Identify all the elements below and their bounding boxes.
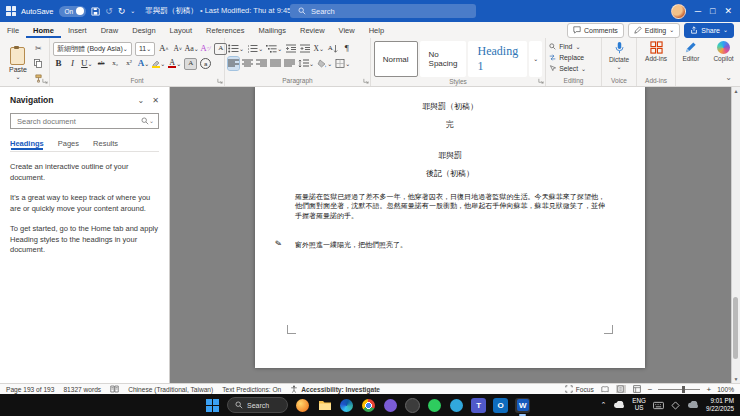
nav-search-dropdown-icon[interactable]: ⌄ (149, 118, 154, 124)
focus-mode-button[interactable]: Focus (565, 385, 594, 393)
navigation-search[interactable]: ⌄ (10, 113, 159, 129)
highlight-color-button[interactable]: ⌄ (152, 57, 165, 70)
asian-layout-button[interactable]: X⌄ (313, 42, 324, 55)
select-button[interactable]: Select⌄ (549, 63, 598, 74)
show-hide-marks-button[interactable]: ¶ (341, 42, 352, 55)
taskbar-clock[interactable]: 9:01 PM 9/22/2025 (706, 397, 734, 412)
github-icon[interactable] (405, 398, 420, 413)
chrome-icon[interactable] (361, 398, 376, 413)
comments-button[interactable]: Comments (567, 23, 624, 38)
cut-button[interactable]: ✂ (33, 42, 44, 55)
ink-annotation-icon[interactable]: ✎ (274, 238, 282, 248)
style-heading1[interactable]: Heading 1 (468, 41, 527, 77)
align-left-button[interactable] (228, 57, 239, 70)
copilot-button[interactable]: Copilot (709, 41, 737, 62)
character-shading-button[interactable]: A (184, 58, 197, 70)
scrollbar-thumb[interactable] (733, 297, 738, 359)
user-avatar[interactable] (671, 4, 686, 19)
line-spacing-button[interactable]: ⌄ (298, 57, 314, 70)
document-canvas[interactable]: 罪與罰（初稿） 完 罪與罰 後記（初稿） 羅曼諾在監獄已經過了差不多一年，他穿著… (170, 87, 740, 383)
onedrive-icon[interactable] (687, 401, 699, 409)
nav-tab-pages[interactable]: Pages (58, 139, 79, 148)
distribute-button[interactable] (284, 57, 295, 70)
text-predictions[interactable]: Text Predictions: On (222, 386, 281, 393)
paste-button[interactable]: Paste ⌄ (3, 41, 33, 85)
borders-button[interactable]: ⌄ (335, 57, 350, 70)
find-button[interactable]: Find⌄ (549, 41, 598, 52)
widgets-icon[interactable] (295, 398, 310, 413)
phonetic-guide-button[interactable]: Aヅ (200, 42, 211, 55)
edge-icon[interactable] (339, 398, 354, 413)
redo-button[interactable]: ↻ (118, 7, 126, 16)
addins-button[interactable]: Add-ins (640, 41, 672, 62)
clipboard-dialog-launcher[interactable] (42, 78, 48, 84)
qat-customize-button[interactable]: ⌄ (130, 8, 135, 14)
text-effects-button[interactable]: A⌄ (138, 57, 150, 70)
tab-home[interactable]: Home (26, 22, 61, 38)
replace-button[interactable]: Replace (549, 52, 598, 63)
tab-mailings[interactable]: Mailings (251, 22, 293, 38)
editor-button[interactable]: Editor (678, 41, 703, 62)
multilevel-list-button[interactable]: ⌄ (266, 42, 282, 55)
tab-file[interactable]: File (0, 22, 26, 38)
font-dialog-launcher[interactable] (217, 78, 223, 84)
tray-overflow-icon[interactable]: ⌃ (600, 401, 606, 409)
justify-button[interactable] (270, 57, 281, 70)
discord-icon[interactable] (383, 398, 398, 413)
tab-insert[interactable]: Insert (61, 22, 94, 38)
minimize-button[interactable]: ─ (695, 6, 701, 16)
change-case-button[interactable]: Aa⌄ (186, 42, 197, 55)
cloud-icon[interactable] (613, 401, 625, 409)
underline-button[interactable]: U⌄ (81, 57, 93, 70)
file-explorer-icon[interactable] (317, 398, 332, 413)
start-button[interactable] (205, 398, 220, 413)
word-taskbar-icon[interactable]: W (515, 398, 530, 413)
styles-dialog-launcher[interactable] (538, 78, 544, 84)
document-page[interactable]: 罪與罰（初稿） 完 罪與罰 後記（初稿） 羅曼諾在監獄已經過了差不多一年，他穿著… (255, 87, 645, 368)
search-box[interactable]: Search (290, 4, 476, 18)
editing-mode-button[interactable]: Editing ⌄ (628, 23, 680, 38)
zoom-slider-thumb[interactable] (682, 386, 685, 393)
tab-references[interactable]: References (199, 22, 251, 38)
accessibility-status[interactable]: Accessibility: Investigate (290, 385, 380, 393)
taskbar-search[interactable]: Search (227, 397, 288, 413)
dictate-button[interactable]: Dictate ⌄ (605, 41, 633, 70)
align-center-button[interactable] (242, 57, 253, 70)
close-button[interactable]: ✕ (724, 6, 732, 16)
style-normal[interactable]: Normal (374, 41, 418, 77)
collapse-ribbon-button[interactable]: ⌄ (725, 73, 732, 82)
font-name-combobox[interactable]: 新細明體 (Body Asia) ⌄ (53, 42, 132, 56)
increase-indent-button[interactable] (299, 42, 310, 55)
numbering-button[interactable]: ⌄ (247, 42, 263, 55)
copy-button[interactable] (33, 57, 44, 70)
tab-view[interactable]: View (332, 22, 362, 38)
enclose-characters-button[interactable]: a (200, 57, 211, 70)
zoom-in-button[interactable]: + (706, 385, 711, 394)
align-right-button[interactable] (256, 57, 267, 70)
share-button[interactable]: Share ⌄ (684, 23, 734, 38)
scroll-down-icon[interactable]: ▼ (732, 376, 740, 382)
word-count[interactable]: 81327 words (63, 386, 101, 393)
sort-button[interactable]: A (327, 42, 338, 55)
italic-button[interactable]: I (67, 57, 78, 70)
language-indicator[interactable]: Chinese (Traditional, Taiwan) (128, 386, 213, 393)
read-mode-button[interactable] (600, 385, 610, 393)
grow-font-button[interactable]: A˄ (158, 42, 169, 55)
scroll-up-icon[interactable]: ▲ (732, 88, 740, 94)
telegram-icon[interactable] (449, 398, 464, 413)
tab-draw[interactable]: Draw (94, 22, 126, 38)
paragraph-dialog-launcher[interactable] (363, 78, 369, 84)
zoom-slider[interactable] (658, 389, 700, 390)
bold-button[interactable]: B (53, 57, 64, 70)
style-no-spacing[interactable]: No Spacing (420, 41, 467, 77)
web-layout-button[interactable] (632, 385, 642, 393)
decrease-indent-button[interactable] (285, 42, 296, 55)
tab-design[interactable]: Design (125, 22, 162, 38)
save-button[interactable] (91, 7, 100, 16)
shrink-font-button[interactable]: A˅ (172, 42, 183, 55)
tab-help[interactable]: Help (362, 22, 391, 38)
undo-button[interactable]: ↺ (105, 7, 113, 16)
font-color-button[interactable]: A⌄ (168, 57, 181, 70)
shading-button[interactable]: ⌄ (317, 57, 332, 70)
teams-icon[interactable]: T (471, 398, 486, 413)
